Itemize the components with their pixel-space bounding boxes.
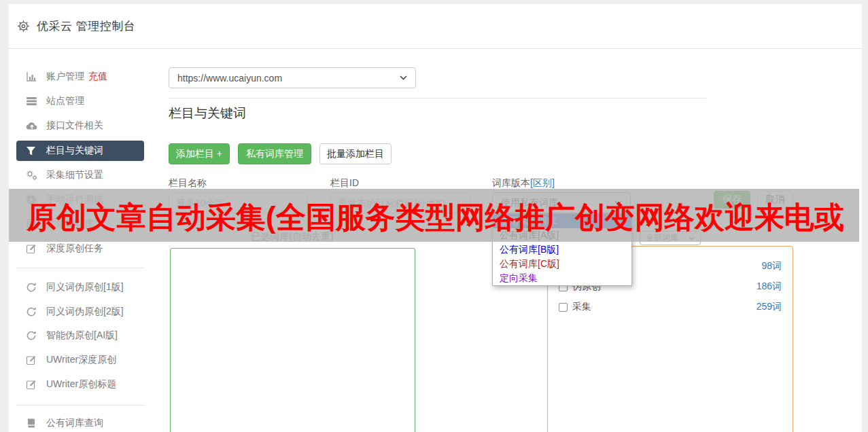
refresh-icon — [26, 330, 38, 341]
edit-icon — [26, 355, 38, 365]
sidebar-item[interactable]: 同义词伪原创[2版] — [16, 302, 144, 322]
sidebar-item-label: 同义词伪原创[2版] — [46, 306, 124, 318]
keyword-checkbox[interactable] — [559, 303, 568, 312]
section-divider — [169, 98, 706, 98]
cloud-upload-icon — [26, 120, 38, 131]
app-header: 优采云 管理控制台 — [9, 4, 862, 49]
selected-lexicon-box[interactable] — [170, 248, 415, 432]
site-url-value: https://www.ucaiyun.com — [177, 73, 282, 84]
lexicon-version-label: 词库版本[区别] — [492, 177, 555, 190]
edit-icon — [26, 243, 38, 254]
sidebar-item[interactable]: 采集细节设置 — [16, 165, 144, 185]
dropdown-option[interactable]: 定向采集 — [493, 271, 631, 285]
sidebar-item-label: UWriter原创标题 — [46, 378, 116, 391]
sidebar-divider — [16, 268, 144, 268]
sidebar-item[interactable]: 栏目与关键词 — [16, 141, 144, 161]
sidebar-item-label: UWriter深度原创 — [46, 354, 116, 366]
sidebar-item-label: 智能伪原创[AI版] — [46, 329, 118, 342]
sidebar-item[interactable]: 站点管理 — [16, 91, 144, 111]
sidebar-item[interactable]: UWriter深度原创 — [16, 350, 144, 370]
recharge-link[interactable]: 充值 — [88, 71, 107, 83]
section-title: 栏目与关键词 — [169, 105, 246, 122]
site-url-select[interactable]: https://www.ucaiyun.com — [169, 67, 416, 88]
add-column-button[interactable]: 添加栏目 + — [169, 143, 230, 164]
sidebar-item-label: 账户管理 — [46, 71, 84, 83]
sidebar-item-label: 站点管理 — [46, 95, 84, 107]
sidebar-item[interactable]: 智能伪原创[AI版] — [16, 325, 144, 346]
bar-chart-icon — [26, 71, 38, 82]
server-icon — [26, 96, 38, 107]
keyword-label: 采集 — [572, 301, 591, 313]
lexicon-diff-link[interactable]: [区别] — [530, 177, 555, 188]
private-lexicon-button[interactable]: 私有词库管理 — [238, 143, 311, 164]
edit-icon — [26, 379, 38, 390]
sidebar-item-label: 栏目与关键词 — [46, 145, 103, 157]
sidebar-item-label: 公有词库查询 — [46, 417, 103, 429]
dropdown-option[interactable]: 公有词库[B版] — [493, 242, 631, 257]
keyword-row: 采集259词 — [559, 298, 782, 317]
gear-icon — [17, 20, 30, 33]
book-icon — [26, 418, 38, 429]
column-name-label: 栏目名称 — [169, 177, 207, 190]
sidebar-item[interactable]: UWriter原创标题 — [16, 374, 144, 395]
page-title: 优采云 管理控制台 — [37, 18, 135, 34]
sidebar-item-label: 接口文件相关 — [46, 120, 103, 132]
sidebar-item-label: 采集细节设置 — [46, 169, 103, 181]
dropdown-option[interactable]: 公有词库[C版] — [493, 257, 631, 271]
sidebar-item-label: 深度原创任务 — [46, 242, 103, 255]
keyword-count: 259词 — [757, 301, 782, 313]
app-root: 优采云 管理控制台 账户管理充值站点管理接口文件相关栏目与关键词采集细节设置手动… — [0, 0, 868, 432]
column-id-label: 栏目ID — [330, 177, 359, 190]
watermark-banner: 原创文章自动采集(全国服务类型网络推广创变网络欢迎来电或 — [9, 189, 859, 242]
refresh-icon — [26, 282, 38, 293]
sidebar-item[interactable]: 公有词库查询 — [16, 413, 144, 432]
gears-icon — [26, 170, 38, 181]
keyword-count: 98词 — [761, 260, 782, 272]
batch-add-button[interactable]: 批量添加栏目 — [319, 143, 392, 164]
chevron-down-icon — [400, 75, 407, 80]
sidebar-item[interactable]: 同义词伪原创[1版] — [16, 277, 144, 298]
sidebar-item[interactable]: 账户管理充值 — [16, 67, 144, 87]
sidebar-divider — [16, 405, 144, 406]
funnel-icon — [26, 145, 38, 156]
sidebar-item-label: 同义词伪原创[1版] — [46, 281, 124, 293]
watermark-text: 原创文章自动采集(全国服务类型网络推广创变网络欢迎来电或 — [9, 198, 844, 238]
refresh-icon — [26, 306, 38, 317]
keyword-count: 186词 — [757, 281, 782, 293]
sidebar-item[interactable]: 接口文件相关 — [16, 115, 144, 136]
